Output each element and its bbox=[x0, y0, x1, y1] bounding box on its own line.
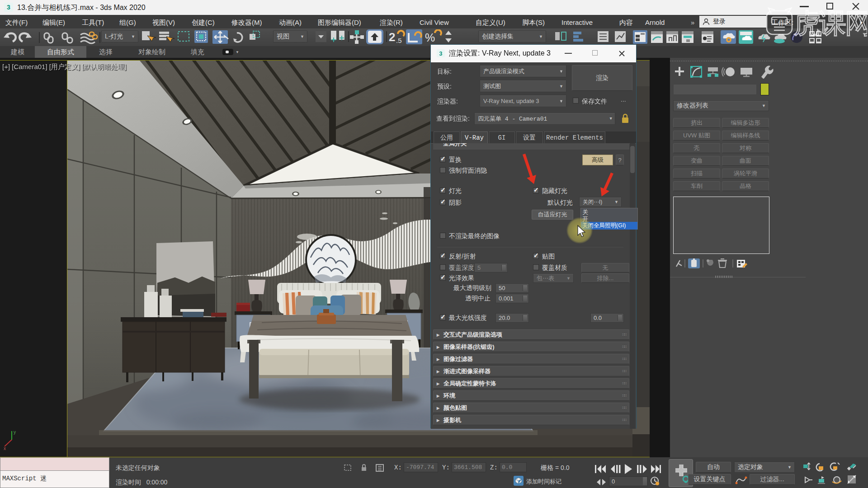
svg-text:2: 2 bbox=[389, 30, 395, 44]
svg-text:x: x bbox=[4, 446, 6, 450]
svg-text:3: 3 bbox=[7, 4, 10, 11]
svg-text:3: 3 bbox=[439, 50, 442, 57]
svg-text:%: % bbox=[425, 31, 435, 44]
svg-text:.5: .5 bbox=[396, 37, 402, 44]
svg-text:虎课网: 虎课网 bbox=[793, 8, 867, 38]
svg-text:y: y bbox=[14, 430, 16, 435]
